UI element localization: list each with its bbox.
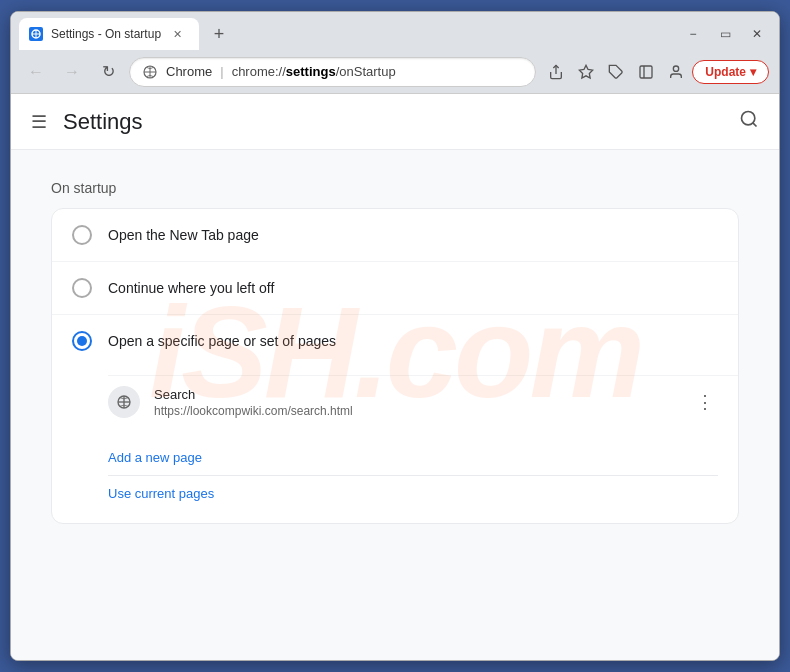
page-entry-name: Search [154,387,678,402]
update-menu-arrow: ▾ [750,65,756,79]
address-path: settings [286,64,336,79]
option-continue[interactable]: Continue where you left off [52,261,738,314]
address-bar[interactable]: Chrome | chrome://settings/onStartup [129,57,536,87]
radio-continue[interactable] [72,278,92,298]
option-specific-page[interactable]: Open a specific page or set of pages [52,314,738,367]
minimize-button[interactable]: − [679,24,707,44]
sidebar-button[interactable] [632,58,660,86]
svg-line-13 [753,123,757,127]
title-bar: Settings - On startup ✕ + − ▭ ✕ [11,12,779,50]
page-entry-favicon [108,386,140,418]
maximize-button[interactable]: ▭ [711,24,739,44]
browser-window: Settings - On startup ✕ + − ▭ ✕ ← → ↻ [10,11,780,661]
svg-marker-7 [580,65,593,78]
page-entry-menu-button[interactable]: ⋮ [692,387,718,417]
extensions-button[interactable] [602,58,630,86]
profile-button[interactable] [662,58,690,86]
hamburger-menu-icon[interactable]: ☰ [31,111,47,133]
page-entry-url: https://lookcompwiki.com/search.html [154,404,678,418]
svg-point-12 [742,112,755,125]
options-card: Open the New Tab page Continue where you… [51,208,739,524]
add-new-page-link[interactable]: Add a new page [108,440,718,475]
back-button[interactable]: ← [21,57,51,87]
tab-strip: Settings - On startup ✕ + [19,18,233,50]
on-startup-label: On startup [51,180,739,196]
option-continue-label: Continue where you left off [108,280,274,296]
page-entry: Search https://lookcompwiki.com/search.h… [108,375,738,428]
site-icon [142,64,158,80]
settings-search-icon[interactable] [739,109,759,134]
svg-point-11 [674,66,679,71]
toolbar-actions: Update ▾ [542,58,769,86]
tab-close-button[interactable]: ✕ [169,26,185,42]
close-button[interactable]: ✕ [743,24,771,44]
forward-button[interactable]: → [57,57,87,87]
settings-header: ☰ Settings [11,94,779,150]
share-button[interactable] [542,58,570,86]
tab-title: Settings - On startup [51,27,161,41]
new-tab-button[interactable]: + [205,20,233,48]
option-new-tab[interactable]: Open the New Tab page [52,209,738,261]
tab-favicon [29,27,43,41]
settings-body: iSH.com On startup Open the New Tab page… [11,150,779,554]
radio-new-tab[interactable] [72,225,92,245]
page-content: ☰ Settings iSH.com On startup Open the N… [11,94,779,660]
toolbar: ← → ↻ Chrome | chrome://settings/onStart… [11,50,779,94]
address-divider: | [220,64,223,79]
bookmark-button[interactable] [572,58,600,86]
option-specific-page-label: Open a specific page or set of pages [108,333,336,349]
use-current-pages-link[interactable]: Use current pages [108,475,718,511]
sub-entries: Search https://lookcompwiki.com/search.h… [52,367,738,432]
radio-inner-dot [77,336,87,346]
active-tab[interactable]: Settings - On startup ✕ [19,18,199,50]
option-new-tab-label: Open the New Tab page [108,227,259,243]
action-links: Add a new page Use current pages [52,432,738,523]
svg-rect-9 [640,66,652,78]
address-url: chrome://settings/onStartup [232,64,524,79]
settings-page-title: Settings [63,109,143,135]
page-entry-info: Search https://lookcompwiki.com/search.h… [154,387,678,418]
update-button[interactable]: Update ▾ [692,60,769,84]
chrome-label: Chrome [166,64,212,79]
radio-specific-page[interactable] [72,331,92,351]
reload-button[interactable]: ↻ [93,57,123,87]
window-controls: − ▭ ✕ [679,24,771,50]
